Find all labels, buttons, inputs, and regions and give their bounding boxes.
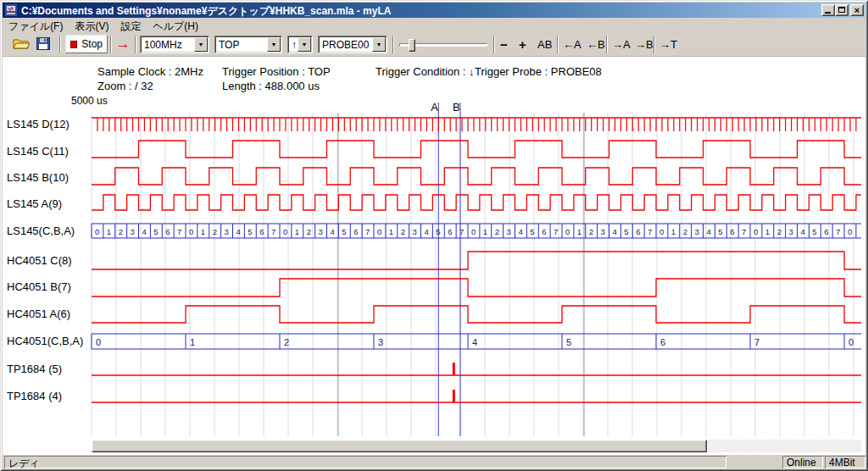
toolbar-separator <box>606 36 608 53</box>
run-button[interactable]: → <box>114 35 132 53</box>
minimize-icon <box>825 12 831 14</box>
zoom-slider-thumb[interactable] <box>409 39 415 52</box>
toolbar-separator <box>59 36 61 53</box>
toolbar-separator <box>493 36 495 53</box>
sample-clock-text: Sample Clock : 2MHz <box>97 65 203 78</box>
toolbar-separator <box>654 36 655 53</box>
trigger-position-value: TOP <box>219 39 239 51</box>
status-message: レディ <box>4 456 726 468</box>
stop-label: Stop <box>81 38 103 50</box>
menu-help[interactable]: ヘルプ(H) <box>147 18 204 32</box>
goto-marker-b-button[interactable]: ←B <box>584 36 608 53</box>
trigger-position-text: Trigger Position : TOP <box>222 65 331 78</box>
set-marker-a-button[interactable]: →A <box>609 36 633 53</box>
save-icon[interactable] <box>36 37 50 50</box>
probe-combobox[interactable]: PROBE00 ▼ <box>318 36 387 53</box>
menu-bar: ファイル(F)表示(V)設定ヘルプ(H) <box>3 18 865 32</box>
time-start-label: 5000 us <box>71 95 108 107</box>
minimize-button[interactable] <box>821 4 835 16</box>
status-bar: レディ Online 4MBit <box>3 454 865 468</box>
set-marker-b-button[interactable]: →B <box>632 36 656 53</box>
app-icon <box>5 4 17 16</box>
status-online: Online <box>782 456 823 468</box>
goto-trigger-button[interactable]: →T <box>657 36 680 53</box>
chevron-down-icon: ▼ <box>271 42 277 47</box>
stop-icon <box>70 41 77 48</box>
trigger-position-combobox[interactable]: TOP ▼ <box>214 36 282 53</box>
sample-rate-combobox[interactable]: 100MHz ▼ <box>140 36 209 53</box>
toolbar-separator <box>557 36 559 53</box>
close-button[interactable]: × <box>850 4 864 16</box>
run-arrow-icon: → <box>116 36 131 52</box>
close-icon: × <box>854 5 860 15</box>
title-bar[interactable]: C:¥Documents and Settings¥noname¥デスクトップ¥… <box>3 3 865 18</box>
trigger-position-dropdown-button[interactable]: ▼ <box>267 37 281 52</box>
trigger-probe-text: Trigger Probe : PROBE08 <box>475 65 602 78</box>
window-title: C:¥Documents and Settings¥noname¥デスクトップ¥… <box>21 4 815 19</box>
zoom-text: Zoom : / 32 <box>97 80 153 92</box>
horizontal-scrollbar[interactable] <box>92 440 861 452</box>
zoom-in-button[interactable]: + <box>516 36 529 53</box>
menu-view[interactable]: 表示(V) <box>69 18 114 32</box>
open-file-icon[interactable] <box>13 37 30 50</box>
trigger-condition-text: Trigger Condition : ↓ <box>376 65 475 78</box>
stop-button[interactable]: Stop <box>65 35 108 53</box>
probe-dropdown-button[interactable]: ▼ <box>372 37 386 52</box>
length-text: Length : 488.000 us <box>222 80 320 92</box>
zoom-out-button[interactable]: − <box>498 36 510 53</box>
chevron-down-icon: ▼ <box>376 42 382 47</box>
chevron-down-icon: ▼ <box>198 42 204 47</box>
horizontal-scrollbar-thumb[interactable] <box>92 440 707 452</box>
trigger-edge-value: ↑ <box>292 39 297 51</box>
menu-settings[interactable]: 設定 <box>114 18 147 32</box>
app-window: C:¥Documents and Settings¥noname¥デスクトップ¥… <box>0 0 868 471</box>
waveform-panel <box>3 57 865 454</box>
probe-value: PROBE00 <box>322 39 369 51</box>
zoom-slider[interactable] <box>399 43 487 47</box>
toolbar: Stop → 100MHz ▼ TOP ▼ ↑ ▼ PROBE00 ▼ − + … <box>3 32 865 57</box>
toolbar-separator <box>392 36 394 53</box>
status-memory: 4MBit <box>825 456 865 468</box>
sample-rate-dropdown-button[interactable]: ▼ <box>194 37 208 52</box>
toolbar-separator <box>135 36 136 53</box>
menu-file[interactable]: ファイル(F) <box>3 18 69 32</box>
trigger-edge-combobox[interactable]: ↑ ▼ <box>287 36 313 53</box>
zoom-ab-button[interactable]: AB <box>535 36 554 53</box>
sample-rate-value: 100MHz <box>144 39 182 51</box>
chevron-down-icon: ▼ <box>302 42 308 47</box>
maximize-icon <box>838 7 845 13</box>
trigger-edge-dropdown-button[interactable]: ▼ <box>298 37 311 52</box>
toolbar-separator <box>110 36 112 53</box>
maximize-button[interactable] <box>835 4 849 16</box>
goto-marker-a-button[interactable]: ←A <box>560 36 584 53</box>
